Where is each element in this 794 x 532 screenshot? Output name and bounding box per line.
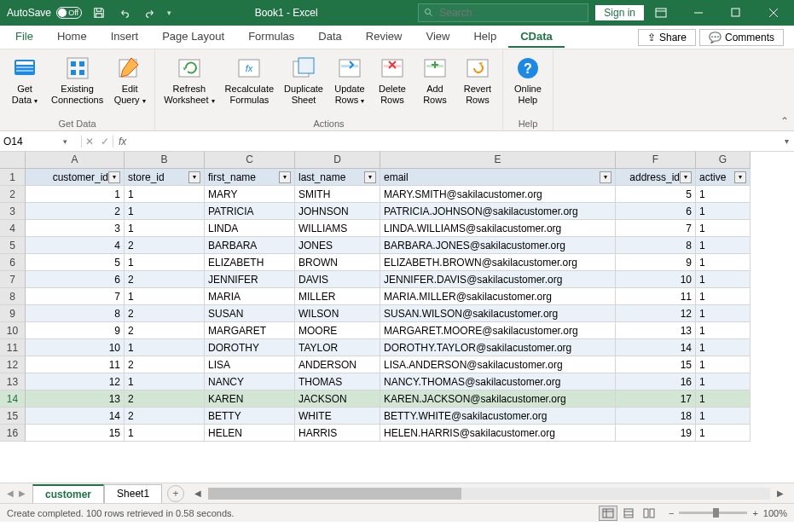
cell[interactable]: ANDERSON <box>295 356 380 373</box>
cell[interactable]: BARBARA <box>205 237 295 254</box>
name-box-input[interactable] <box>3 136 63 147</box>
cell[interactable]: 2 <box>125 237 205 254</box>
sheet-tab-sheet1[interactable]: Sheet1 <box>104 484 162 503</box>
row-header[interactable]: 3 <box>0 203 26 220</box>
cell[interactable]: 1 <box>696 203 751 220</box>
row-header[interactable]: 2 <box>0 186 26 203</box>
cell[interactable]: 11 <box>26 356 125 373</box>
cell[interactable]: MARIA.MILLER@sakilacustomer.org <box>380 288 616 305</box>
cell[interactable]: NANCY.THOMAS@sakilacustomer.org <box>380 373 616 390</box>
cell[interactable]: 1 <box>125 339 205 356</box>
minimize-icon[interactable] <box>681 1 716 25</box>
cell[interactable]: LINDA <box>205 220 295 237</box>
hscroll-right-icon[interactable]: ▶ <box>774 489 787 498</box>
filter-icon[interactable]: ▾ <box>188 171 200 183</box>
cell[interactable]: 10 <box>616 271 696 288</box>
cell[interactable]: MARY.SMITH@sakilacustomer.org <box>380 186 616 203</box>
cell[interactable]: 9 <box>26 322 125 339</box>
search-box[interactable] <box>418 3 588 22</box>
cell[interactable]: HELEN.HARRIS@sakilacustomer.org <box>380 425 616 442</box>
filter-icon[interactable]: ▾ <box>108 171 120 183</box>
tab-review[interactable]: Review <box>354 26 414 48</box>
cell[interactable]: 1 <box>696 186 751 203</box>
row-header[interactable]: 14 <box>0 390 26 408</box>
cell[interactable]: MARIA <box>205 288 295 305</box>
cell[interactable]: 14 <box>26 408 125 425</box>
row-header[interactable]: 15 <box>0 408 26 425</box>
filter-icon[interactable]: ▾ <box>364 171 376 183</box>
cell[interactable]: SUSAN <box>205 305 295 322</box>
column-header-D[interactable]: D <box>295 152 380 169</box>
cell[interactable]: 7 <box>616 220 696 237</box>
cell[interactable]: JENNIFER.DAVIS@sakilacustomer.org <box>380 271 616 288</box>
table-header-last_name[interactable]: last_name▾ <box>295 169 380 186</box>
filter-icon[interactable]: ▾ <box>734 171 746 183</box>
collapse-ribbon-icon[interactable]: ⌃ <box>780 115 789 127</box>
cell[interactable]: 1 <box>696 373 751 390</box>
cell[interactable]: 2 <box>125 305 205 322</box>
page-break-view-icon[interactable] <box>640 506 658 521</box>
cell[interactable]: 6 <box>616 203 696 220</box>
cell[interactable]: 2 <box>26 203 125 220</box>
table-header-address_id[interactable]: address_id▾ <box>616 169 696 186</box>
cell[interactable]: JONES <box>295 237 380 254</box>
help-button[interactable]: ?OnlineHelp <box>507 51 549 117</box>
cell[interactable]: KAREN <box>205 390 295 408</box>
tab-home[interactable]: Home <box>45 26 99 48</box>
cell[interactable]: 2 <box>125 271 205 288</box>
cell[interactable]: LISA.ANDERSON@sakilacustomer.org <box>380 356 616 373</box>
cell[interactable]: SUSAN.WILSON@sakilacustomer.org <box>380 305 616 322</box>
cell[interactable]: 1 <box>125 373 205 390</box>
get-data-button[interactable]: GetData ▾ <box>3 51 46 117</box>
cell[interactable]: 1 <box>696 390 751 408</box>
cell[interactable]: 5 <box>26 254 125 271</box>
filter-icon[interactable]: ▾ <box>279 171 291 183</box>
expand-formula-icon[interactable]: ▾ <box>780 136 794 146</box>
spreadsheet[interactable]: ABCDEFG1customer_id▾store_id▾first_name▾… <box>0 152 794 483</box>
delete-button[interactable]: DeleteRows <box>371 51 414 117</box>
cell[interactable]: DOROTHY <box>205 339 295 356</box>
row-header[interactable]: 6 <box>0 254 26 271</box>
cell[interactable]: WILLIAMS <box>295 220 380 237</box>
undo-icon[interactable] <box>116 4 133 21</box>
add-button[interactable]: AddRows <box>414 51 456 117</box>
cell[interactable]: 1 <box>696 425 751 442</box>
cell[interactable]: 1 <box>696 339 751 356</box>
cell[interactable]: MARGARET <box>205 322 295 339</box>
select-all-cell[interactable] <box>0 152 26 169</box>
cell[interactable]: DAVIS <box>295 271 380 288</box>
tab-nav-first-icon[interactable]: ◀ <box>7 489 14 498</box>
cell[interactable]: 1 <box>696 322 751 339</box>
cell[interactable]: 1 <box>125 288 205 305</box>
row-header[interactable]: 16 <box>0 425 26 442</box>
cell[interactable]: THOMAS <box>295 373 380 390</box>
tab-data[interactable]: Data <box>306 26 353 48</box>
cell[interactable]: 1 <box>696 305 751 322</box>
row-header[interactable]: 10 <box>0 322 26 339</box>
cell[interactable]: 12 <box>26 373 125 390</box>
cell[interactable]: JACKSON <box>295 390 380 408</box>
cell[interactable]: 1 <box>696 271 751 288</box>
cell[interactable]: 14 <box>616 339 696 356</box>
cell[interactable]: 7 <box>26 288 125 305</box>
tab-help[interactable]: Help <box>461 26 508 48</box>
cell[interactable]: BROWN <box>295 254 380 271</box>
cell[interactable]: 15 <box>616 356 696 373</box>
signin-button[interactable]: Sign in <box>595 5 644 20</box>
cell[interactable]: 8 <box>26 305 125 322</box>
cell[interactable]: ELIZABETH.BROWN@sakilacustomer.org <box>380 254 616 271</box>
comments-button[interactable]: 💬Comments <box>699 29 784 46</box>
cell[interactable]: HARRIS <box>295 425 380 442</box>
edit-query-button[interactable]: EditQuery ▾ <box>108 51 151 117</box>
row-header[interactable]: 11 <box>0 339 26 356</box>
cell[interactable]: MILLER <box>295 288 380 305</box>
enter-formula-icon[interactable]: ✓ <box>101 136 109 147</box>
cell[interactable]: 11 <box>616 288 696 305</box>
cell[interactable]: 1 <box>125 220 205 237</box>
cell[interactable]: JENNIFER <box>205 271 295 288</box>
cell[interactable]: PATRICIA.JOHNSON@sakilacustomer.org <box>380 203 616 220</box>
cell[interactable]: 6 <box>26 271 125 288</box>
cell[interactable]: 9 <box>616 254 696 271</box>
cell[interactable]: MOORE <box>295 322 380 339</box>
cell[interactable]: NANCY <box>205 373 295 390</box>
